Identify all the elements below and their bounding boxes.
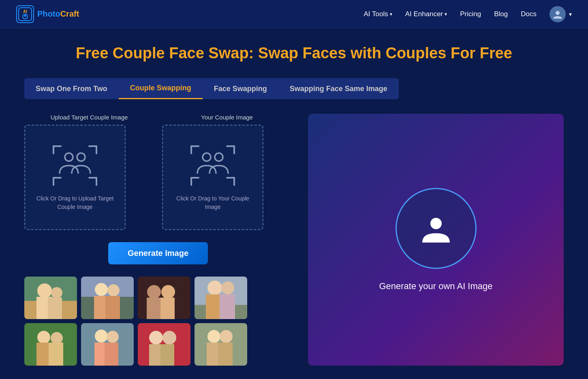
couple-upload-box[interactable]: Click Or Drag to Your Couple Image bbox=[162, 125, 263, 230]
nav-ai-enhancer[interactable]: AI Enhancer ▾ bbox=[405, 10, 447, 18]
svg-point-54 bbox=[95, 330, 108, 343]
tab-swapping-face-same-image[interactable]: Swapping Face Same Image bbox=[278, 78, 399, 99]
svg-rect-22 bbox=[233, 177, 235, 186]
svg-point-38 bbox=[147, 285, 161, 299]
logo-icon: AI bbox=[16, 5, 34, 23]
svg-rect-18 bbox=[233, 145, 235, 154]
svg-point-23 bbox=[203, 153, 211, 161]
couple-upload-container: Your Couple Image bbox=[162, 114, 292, 230]
tab-couple-swapping[interactable]: Couple Swapping bbox=[119, 78, 203, 99]
svg-rect-8 bbox=[96, 145, 97, 154]
tab-face-swapping[interactable]: Face Swapping bbox=[203, 78, 278, 99]
nav-ai-tools[interactable]: AI Tools ▾ bbox=[364, 10, 392, 18]
sample-image-1[interactable] bbox=[24, 277, 77, 319]
couple-upload-text: Click Or Drag to Your Couple Image bbox=[171, 194, 254, 211]
svg-point-60 bbox=[163, 331, 176, 345]
svg-point-44 bbox=[207, 281, 222, 295]
nav-docs[interactable]: Docs bbox=[521, 10, 537, 18]
user-avatar[interactable] bbox=[550, 6, 566, 22]
generate-ai-text: Generate your own AI Image bbox=[379, 281, 492, 292]
logo[interactable]: AI PhotoCraft bbox=[16, 5, 79, 23]
svg-point-39 bbox=[161, 285, 175, 299]
svg-rect-10 bbox=[53, 177, 54, 186]
upload-section: Upload Target Couple Image bbox=[24, 114, 292, 230]
svg-rect-52 bbox=[49, 343, 63, 366]
svg-point-34 bbox=[107, 284, 120, 296]
svg-point-28 bbox=[51, 287, 62, 298]
ai-tools-chevron-icon: ▾ bbox=[390, 11, 392, 17]
svg-rect-6 bbox=[53, 145, 54, 154]
user-chevron-icon[interactable]: ▾ bbox=[569, 11, 572, 17]
svg-point-14 bbox=[77, 153, 85, 161]
sample-image-2[interactable] bbox=[81, 277, 134, 319]
page-title: Free Couple Face Swap: Swap Faces with C… bbox=[24, 45, 564, 62]
svg-point-33 bbox=[95, 283, 108, 296]
right-panel: Generate your own AI Image bbox=[308, 114, 564, 366]
generate-button[interactable]: Generate Image bbox=[108, 242, 208, 264]
main-nav: AI Tools ▾ AI Enhancer ▾ Pricing Blog Do… bbox=[364, 10, 537, 18]
left-panel: Upload Target Couple Image bbox=[24, 114, 292, 366]
user-area: ▾ bbox=[550, 6, 572, 22]
target-upload-label: Upload Target Couple Image bbox=[24, 114, 154, 121]
svg-rect-57 bbox=[105, 343, 118, 366]
sample-image-8[interactable] bbox=[195, 323, 247, 366]
sample-image-6[interactable] bbox=[81, 323, 134, 366]
svg-rect-30 bbox=[48, 298, 62, 319]
svg-point-13 bbox=[65, 153, 73, 161]
svg-point-64 bbox=[207, 330, 220, 343]
nav-blog[interactable]: Blog bbox=[494, 10, 508, 18]
sample-images-grid bbox=[24, 277, 292, 366]
sample-image-5[interactable] bbox=[24, 323, 77, 366]
tab-swap-one-from-two[interactable]: Swap One From Two bbox=[24, 78, 119, 99]
svg-point-45 bbox=[221, 281, 234, 294]
sample-image-3[interactable] bbox=[138, 277, 190, 319]
preview-icon bbox=[416, 208, 456, 249]
svg-rect-67 bbox=[218, 343, 233, 366]
svg-point-68 bbox=[430, 218, 442, 229]
preview-circle bbox=[396, 188, 477, 269]
svg-rect-40 bbox=[147, 298, 161, 319]
svg-rect-47 bbox=[220, 294, 235, 319]
svg-point-59 bbox=[149, 331, 163, 345]
couple-upload-label: Your Couple Image bbox=[162, 114, 292, 121]
svg-point-49 bbox=[37, 331, 50, 344]
svg-point-24 bbox=[215, 153, 223, 161]
nav-pricing[interactable]: Pricing bbox=[460, 10, 481, 18]
logo-text: PhotoCraft bbox=[37, 9, 79, 19]
svg-point-3 bbox=[24, 15, 26, 17]
target-upload-box[interactable]: Click Or Drag to Upload Target Couple Im… bbox=[24, 125, 126, 230]
ai-enhancer-chevron-icon: ▾ bbox=[445, 11, 447, 17]
sample-image-4[interactable] bbox=[195, 277, 247, 319]
content-area: Upload Target Couple Image bbox=[24, 114, 564, 366]
svg-point-4 bbox=[556, 11, 560, 15]
svg-rect-62 bbox=[160, 344, 174, 366]
target-upload-text: Click Or Drag to Upload Target Couple Im… bbox=[33, 194, 117, 211]
svg-rect-36 bbox=[105, 296, 120, 319]
target-upload-icon bbox=[51, 143, 99, 188]
svg-rect-16 bbox=[190, 145, 192, 154]
svg-rect-41 bbox=[160, 298, 175, 319]
couple-upload-icon bbox=[188, 143, 237, 188]
svg-point-50 bbox=[51, 332, 63, 344]
svg-rect-12 bbox=[96, 177, 97, 186]
svg-text:AI: AI bbox=[23, 9, 27, 14]
svg-point-55 bbox=[107, 331, 119, 343]
svg-point-27 bbox=[37, 283, 52, 298]
svg-rect-20 bbox=[190, 177, 192, 186]
tab-bar: Swap One From Two Couple Swapping Face S… bbox=[24, 78, 564, 99]
svg-point-65 bbox=[220, 330, 233, 343]
target-upload-container: Upload Target Couple Image bbox=[24, 114, 154, 230]
sample-image-7[interactable] bbox=[138, 323, 190, 366]
